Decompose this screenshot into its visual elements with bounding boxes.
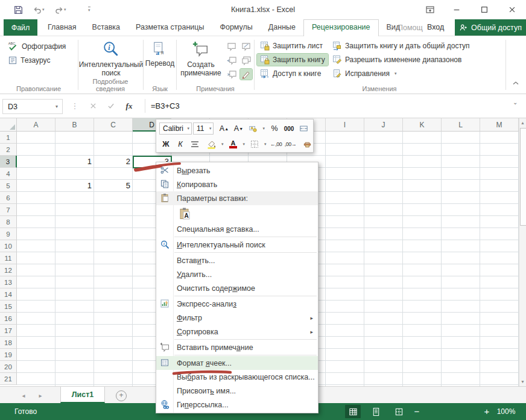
- row-header-5[interactable]: 5: [0, 180, 17, 192]
- font-size-select[interactable]: 11 ▾: [193, 122, 214, 135]
- cell-B5[interactable]: 1: [55, 180, 94, 192]
- row-header-10[interactable]: 10: [0, 240, 17, 252]
- menu-item-format-cells[interactable]: Формат ячеек...: [156, 356, 318, 370]
- scroll-down-icon[interactable]: ▼: [519, 380, 526, 384]
- comma-style-icon[interactable]: 000: [282, 122, 296, 135]
- protect-and-share-button[interactable]: Защитить книгу и дать общий доступ: [329, 40, 473, 52]
- name-box-splitter-icon[interactable]: ⋮: [68, 99, 82, 113]
- row-header-19[interactable]: 19: [0, 349, 17, 361]
- page-break-view-icon[interactable]: [391, 405, 407, 418]
- confirm-entry-icon[interactable]: [104, 99, 118, 113]
- row-header-2[interactable]: 2: [0, 144, 17, 156]
- row-header-7[interactable]: 7: [0, 204, 17, 216]
- format-painter-icon[interactable]: [301, 138, 314, 150]
- cell-B3[interactable]: 1: [55, 156, 94, 168]
- allow-edit-ranges-button[interactable]: Разрешить изменение диапазонов: [329, 54, 464, 66]
- scroll-up-icon[interactable]: ▲: [519, 118, 526, 125]
- row-header-12[interactable]: 12: [0, 264, 17, 276]
- row-header-3[interactable]: 3: [0, 156, 17, 168]
- translate-button[interactable]: aя Перевод: [145, 39, 175, 88]
- row-header-11[interactable]: 11: [0, 252, 17, 264]
- accounting-format-icon[interactable]: [246, 122, 259, 135]
- vertical-scrollbar[interactable]: ▲ ▼: [519, 118, 526, 386]
- fill-color-caret-icon[interactable]: ▾: [220, 142, 226, 147]
- previous-comment-icon[interactable]: [226, 55, 238, 66]
- normal-view-icon[interactable]: [345, 405, 361, 418]
- zoom-level-label[interactable]: 100%: [491, 403, 521, 420]
- share-button[interactable]: Общий доступ: [455, 19, 526, 36]
- name-box[interactable]: D3 ▾: [2, 99, 63, 114]
- column-header-L[interactable]: L: [442, 118, 480, 132]
- tab-4[interactable]: Формулы: [212, 19, 260, 36]
- row-header-1[interactable]: 1: [0, 132, 17, 144]
- zoom-in-icon[interactable]: +: [483, 403, 491, 420]
- row-header-18[interactable]: 18: [0, 337, 17, 349]
- track-changes-button[interactable]: Исправления ▾: [329, 68, 402, 80]
- show-ink-icon[interactable]: [240, 69, 252, 80]
- row-header-8[interactable]: 8: [0, 216, 17, 228]
- font-name-select[interactable]: Calibri ▾: [159, 122, 192, 135]
- row-header-17[interactable]: 17: [0, 325, 17, 337]
- row-header-20[interactable]: 20: [0, 361, 17, 373]
- sheet-tab-list1[interactable]: Лист1: [60, 387, 105, 403]
- tab-6[interactable]: Рецензирование: [303, 19, 379, 37]
- close-button[interactable]: [503, 2, 521, 17]
- show-all-comments-icon[interactable]: [240, 55, 252, 66]
- name-box-caret-icon[interactable]: ▾: [51, 104, 62, 109]
- thesaurus-button[interactable]: Тезаурус: [5, 54, 53, 66]
- share-workbook-button[interactable]: Доступ к книге: [257, 68, 324, 80]
- menu-item-pick-from-list[interactable]: Выбрать из раскрывающегося списка...: [156, 370, 318, 384]
- zoom-out-icon[interactable]: −: [413, 403, 421, 420]
- menu-item-insert-cells[interactable]: Вставить...: [156, 253, 318, 267]
- tab-file[interactable]: Файл: [4, 19, 37, 36]
- percent-style-icon[interactable]: %: [268, 122, 281, 135]
- protect-sheet-button[interactable]: Защитить лист: [257, 40, 326, 52]
- cell-C5[interactable]: 5: [94, 180, 133, 192]
- menu-item-hyperlink[interactable]: Гиперссылка...: [156, 398, 318, 412]
- menu-item-clear-contents[interactable]: Очистить содержимое: [156, 281, 318, 295]
- select-all-corner[interactable]: [0, 118, 17, 132]
- column-header-I[interactable]: I: [326, 118, 364, 132]
- tab-1[interactable]: Главная: [40, 19, 84, 36]
- menu-item-insert-comment[interactable]: Вставить примечание: [156, 340, 318, 354]
- delete-comment-icon[interactable]: [226, 41, 238, 52]
- italic-icon[interactable]: К: [174, 138, 187, 150]
- vertical-scroll-thumb[interactable]: [520, 128, 526, 226]
- menu-item-copy[interactable]: Копировать: [156, 177, 318, 191]
- column-header-A[interactable]: A: [17, 118, 55, 132]
- row-header-21[interactable]: 21: [0, 373, 17, 385]
- sheet-nav-left-icon[interactable]: ◂: [18, 390, 29, 401]
- minimize-button[interactable]: [448, 2, 466, 17]
- tab-3[interactable]: Разметка страницы: [128, 19, 212, 36]
- new-sheet-button[interactable]: +: [116, 390, 127, 401]
- expand-formula-bar-icon[interactable]: ⌄: [513, 99, 518, 106]
- tell-me-box[interactable]: Помощ: [387, 19, 425, 36]
- bold-icon[interactable]: Ж: [159, 138, 173, 150]
- column-header-C[interactable]: C: [94, 118, 133, 132]
- row-header-15[interactable]: 15: [0, 301, 17, 313]
- menu-item-delete-cells[interactable]: Удалить...: [156, 267, 318, 281]
- sign-in-button[interactable]: Вход: [427, 19, 444, 36]
- collapse-ribbon-icon[interactable]: [512, 80, 520, 87]
- font-color-icon[interactable]: А: [227, 138, 240, 150]
- tab-2[interactable]: Вставка: [84, 19, 128, 36]
- menu-item-cut[interactable]: Вырезать: [156, 164, 318, 177]
- menu-item-smart-lookup[interactable]: iИнтеллектуальный поиск: [156, 238, 318, 252]
- menu-item-define-name[interactable]: Присвоить имя...: [156, 384, 318, 398]
- maximize-button[interactable]: [475, 2, 493, 17]
- column-header-M[interactable]: M: [480, 118, 519, 132]
- edit-comment-icon[interactable]: [240, 41, 252, 52]
- menu-item-filter[interactable]: Фильтр▸: [156, 311, 318, 325]
- menu-item-paste-special[interactable]: Специальная вставка...: [156, 222, 318, 236]
- new-comment-button[interactable]: Создать примечание: [179, 39, 223, 88]
- sheet-nav-right-icon[interactable]: ▸: [35, 390, 46, 401]
- menu-item-quick-analysis[interactable]: Экспресс-анализ: [156, 297, 318, 311]
- align-center-icon[interactable]: [188, 138, 201, 150]
- tab-5[interactable]: Данные: [261, 19, 303, 36]
- row-header-6[interactable]: 6: [0, 192, 17, 204]
- spelling-button[interactable]: ABC Орфография: [5, 40, 69, 53]
- page-layout-view-icon[interactable]: [368, 405, 384, 418]
- row-header-16[interactable]: 16: [0, 313, 17, 325]
- font-color-caret-icon[interactable]: ▾: [241, 142, 247, 147]
- ribbon-display-options-icon[interactable]: [421, 2, 439, 17]
